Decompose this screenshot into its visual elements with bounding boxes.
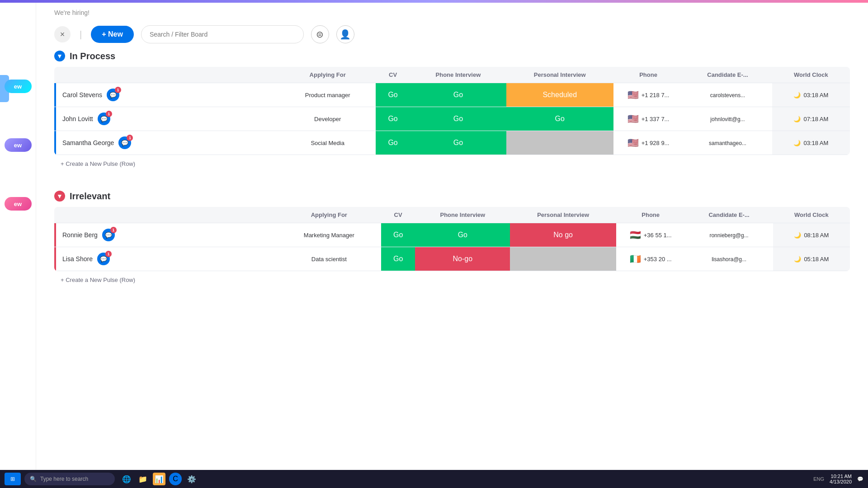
sidebar-new-button-1[interactable]: ew	[5, 80, 32, 93]
moon-icon: 🌙	[794, 232, 801, 239]
status-go-green: Go	[376, 131, 410, 155]
status-go-green: Go	[376, 83, 410, 107]
chat-button[interactable]: 💬 1	[102, 229, 115, 241]
candidate-name: Carol Stevens	[62, 91, 102, 99]
sidebar-new-button-2[interactable]: ew	[5, 138, 32, 152]
applying-for-cell: Developer	[280, 107, 376, 131]
col-personal-interview: Personal Interview	[506, 67, 613, 83]
taskbar-app2-icon[interactable]: C	[169, 473, 182, 485]
cv-cell: Go	[376, 83, 410, 107]
taskbar-browser-icon[interactable]: 🌐	[120, 473, 133, 485]
phone-number: +353 20 ...	[644, 256, 672, 263]
phone-number: +1 337 7...	[642, 116, 670, 122]
create-row-irrelevant[interactable]: + Create a New Pulse (Row)	[54, 271, 850, 289]
status-go-green: Go	[506, 107, 613, 131]
col-cv: CV	[376, 67, 410, 83]
moon-icon: 🌙	[794, 256, 801, 263]
header-bar: × | + New ⊜ 👤	[54, 16, 850, 51]
create-row-in-process[interactable]: + Create a New Pulse (Row)	[54, 155, 850, 173]
chat-button[interactable]: 💬 1	[107, 89, 119, 101]
name-cell: Carol Stevens 💬 1	[54, 83, 280, 107]
cv-cell: Go	[376, 107, 410, 131]
clock-time: 07:18 AM	[803, 116, 828, 122]
filter-button[interactable]: ⊜	[311, 25, 329, 43]
status-scheduled: Scheduled	[506, 83, 613, 107]
world-clock-cell: 🌙 03:18 AM	[772, 83, 850, 107]
candidate-email: lisashora@g...	[712, 256, 746, 263]
col-cv-irr: CV	[381, 207, 415, 223]
col-phone-irr: Phone	[616, 207, 685, 223]
start-button[interactable]: ⊞	[5, 473, 21, 485]
section-header-irrelevant: ▼ Irrelevant	[54, 191, 850, 202]
status-go-green: Go	[381, 223, 415, 247]
phone-number: +1 218 7...	[642, 92, 670, 99]
candidate-email: carolstevens...	[710, 92, 745, 99]
sidebar-new-button-3[interactable]: ew	[5, 197, 32, 211]
cv-cell: Go	[381, 247, 415, 271]
table-header-irrelevant: Applying For CV Phone Interview Personal…	[54, 207, 850, 223]
email-cell: carolstevens...	[683, 83, 772, 107]
taskbar-search-placeholder: Type here to search	[40, 476, 88, 482]
name-content: Ronnie Berg 💬 1	[56, 229, 277, 241]
status-go-green: Go	[410, 83, 506, 107]
name-cell: Samantha George 💬 1	[54, 131, 280, 155]
table-row: Ronnie Berg 💬 1 Marketing Manager Go Go …	[54, 223, 850, 247]
phone-interview-cell: Go	[410, 131, 506, 155]
taskbar-app3-icon[interactable]: ⚙️	[185, 473, 198, 485]
taskbar-search[interactable]: 🔍 Type here to search	[24, 473, 115, 485]
status-empty	[510, 247, 616, 271]
chat-button[interactable]: 💬 1	[118, 136, 131, 149]
col-candidate-email: Candidate E-...	[683, 67, 772, 83]
col-world-clock-irr: World Clock	[773, 207, 850, 223]
clock-time: 05:18 AM	[804, 256, 829, 263]
taskbar-date-value: 4/13/2020	[830, 479, 852, 484]
section-toggle-in-process[interactable]: ▼	[54, 51, 65, 61]
status-go-green: Go	[410, 107, 506, 131]
col-phone-interview-irr: Phone Interview	[415, 207, 510, 223]
chat-button[interactable]: 💬 1	[97, 253, 110, 265]
new-button[interactable]: + New	[91, 26, 134, 43]
taskbar-search-icon: 🔍	[30, 476, 37, 482]
new-button-label: + New	[102, 30, 123, 38]
applying-for-cell: Marketing Manager	[277, 223, 381, 247]
taskbar-right: ENG 10:21 AM 4/13/2020 💬	[813, 474, 863, 484]
sidebar: ew ew ew	[0, 3, 36, 470]
name-content: Samantha George 💬 1	[56, 136, 280, 149]
close-button[interactable]: ×	[54, 26, 71, 42]
filter-icon: ⊜	[316, 29, 324, 40]
profile-button[interactable]: 👤	[336, 25, 354, 43]
status-go-green: Go	[376, 107, 410, 131]
col-applying-for: Applying For	[280, 67, 376, 83]
world-clock-cell: 🌙 05:18 AM	[773, 247, 850, 271]
irrelevant-table: Applying For CV Phone Interview Personal…	[54, 207, 850, 271]
table-row: Lisa Shore 💬 1 Data scientist Go No-go 🇮…	[54, 247, 850, 271]
taskbar: ⊞ 🔍 Type here to search 🌐 📁 📊 C ⚙️ ENG 1…	[0, 470, 868, 488]
col-name	[54, 67, 280, 83]
col-phone-interview: Phone Interview	[410, 67, 506, 83]
applying-for-cell: Data scientist	[277, 247, 381, 271]
phone-interview-cell: No-go	[415, 247, 510, 271]
email-cell: johnlovitt@g...	[683, 107, 772, 131]
search-input[interactable]	[141, 25, 304, 43]
section-in-process: ▼ In Process Applying For CV Phone Inter…	[54, 51, 850, 173]
personal-interview-cell	[510, 247, 616, 271]
clock-time: 03:18 AM	[803, 92, 828, 99]
world-clock-cell: 🌙 03:18 AM	[772, 131, 850, 155]
flag-icon: 🇺🇸	[627, 89, 639, 100]
moon-icon: 🌙	[793, 92, 801, 99]
applying-for-cell: Social Media	[280, 131, 376, 155]
personal-interview-cell	[506, 131, 613, 155]
taskbar-folder-icon[interactable]: 📁	[137, 473, 149, 485]
close-icon: ×	[60, 30, 65, 39]
section-toggle-irrelevant[interactable]: ▼	[54, 191, 65, 202]
name-cell: Ronnie Berg 💬 1	[54, 223, 277, 247]
taskbar-icons: 🌐 📁 📊 C ⚙️	[120, 473, 198, 485]
table-row: John Lovitt 💬 1 Developer Go Go Go 🇺🇸 +1…	[54, 107, 850, 131]
chat-badge: 1	[127, 135, 133, 141]
table-row: Carol Stevens 💬 1 Product manager Go Go …	[54, 83, 850, 107]
taskbar-chat-icon[interactable]: 💬	[857, 476, 863, 482]
candidate-email: ronnieberg@g...	[709, 232, 748, 239]
taskbar-app1-icon[interactable]: 📊	[153, 473, 165, 485]
chat-button[interactable]: 💬 1	[98, 113, 110, 125]
flag-icon: 🇺🇸	[627, 137, 639, 148]
